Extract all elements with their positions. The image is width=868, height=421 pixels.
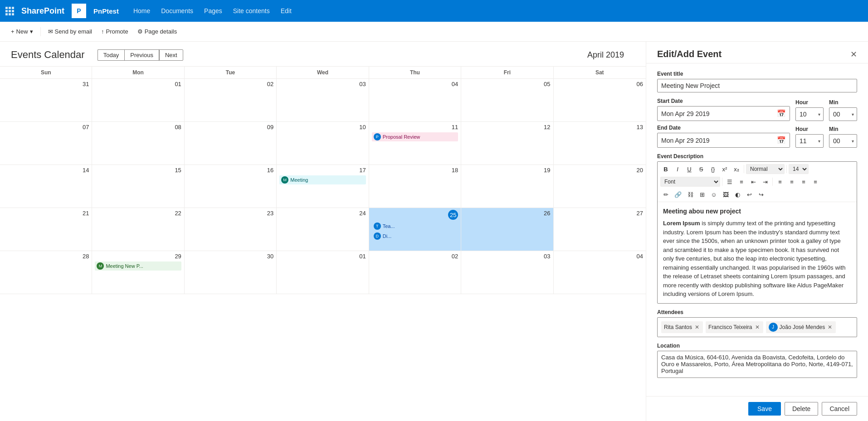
rte-emoji-button[interactable]: ☺ xyxy=(708,189,719,200)
cal-cell[interactable]: 31 xyxy=(0,79,92,121)
cal-cell[interactable]: 23 xyxy=(185,208,277,251)
calendar-event[interactable]: M Meeting xyxy=(279,175,366,184)
rte-link-button[interactable]: 🔗 xyxy=(672,189,684,200)
cal-cell[interactable]: 15 xyxy=(92,165,184,208)
calendar-event[interactable]: M Meeting New P... xyxy=(95,261,181,271)
rte-body[interactable]: Meeting abou new project Lorem Ipsum is … xyxy=(658,202,857,303)
calendar-event[interactable]: T Tea... xyxy=(372,222,458,231)
rte-italic-button[interactable]: I xyxy=(672,164,683,174)
cal-cell[interactable]: 07 xyxy=(0,122,92,165)
calendar-icon[interactable]: 📅 xyxy=(773,133,790,147)
rte-superscript-button[interactable]: x² xyxy=(719,164,730,174)
cal-cell[interactable]: 05 xyxy=(461,79,553,121)
nav-home[interactable]: Home xyxy=(133,7,150,15)
page-details-button[interactable]: ⚙ Page details xyxy=(134,26,181,37)
rte-size-select[interactable]: 14121618 xyxy=(789,164,809,174)
rte-align-justify-button[interactable]: ≡ xyxy=(810,176,821,187)
next-button[interactable]: Next xyxy=(159,49,183,61)
end-min-select[interactable]: 00153045 xyxy=(829,135,857,147)
location-input[interactable]: Casa da Música, 604-610, Avenida da Boav… xyxy=(657,351,857,378)
remove-attendee-button[interactable]: ✕ xyxy=(754,324,761,330)
today-button[interactable]: Today xyxy=(98,49,125,61)
cal-cell[interactable]: 01 xyxy=(92,79,184,121)
cal-cell[interactable]: 22 xyxy=(92,208,184,251)
cal-cell[interactable]: 21 xyxy=(0,208,92,251)
new-button[interactable]: + New ▾ xyxy=(7,26,37,37)
save-button[interactable]: Save xyxy=(748,402,781,416)
cancel-button[interactable]: Cancel xyxy=(822,402,857,416)
cal-cell[interactable]: 10 xyxy=(277,122,369,165)
cal-cell[interactable]: 04 xyxy=(369,79,461,121)
calendar-event[interactable]: P Proposal Review xyxy=(372,132,458,141)
cal-cell[interactable]: 09 xyxy=(185,122,277,165)
rte-redo-button[interactable]: ↪ xyxy=(756,189,766,200)
cal-cell[interactable]: 14 xyxy=(0,165,92,208)
rte-bold-button[interactable]: B xyxy=(660,164,671,174)
rte-strikethrough-button[interactable]: S xyxy=(696,164,707,174)
end-hour-select[interactable]: 111012 xyxy=(796,135,823,147)
cal-cell[interactable]: 18 xyxy=(369,165,461,208)
cal-cell[interactable]: 13 xyxy=(554,122,646,165)
end-date-input[interactable] xyxy=(658,134,773,147)
rte-align-left-button[interactable]: ≡ xyxy=(775,176,785,187)
cal-cell[interactable]: 16 xyxy=(185,165,277,208)
event-title-input[interactable] xyxy=(657,79,857,92)
cal-cell[interactable]: 11 P Proposal Review xyxy=(369,122,461,165)
cal-cell[interactable]: 04 xyxy=(554,251,646,294)
cal-cell[interactable]: 27 xyxy=(554,208,646,251)
start-min-select[interactable]: 00153045 xyxy=(829,108,857,121)
rte-subscript-button[interactable]: x₂ xyxy=(731,164,742,174)
rte-align-center-button[interactable]: ≡ xyxy=(786,176,797,187)
cal-cell[interactable]: 12 xyxy=(461,122,553,165)
rte-style-select[interactable]: NormalHeading 1Heading 2 xyxy=(746,164,785,174)
promote-button[interactable]: ↑ Promote xyxy=(98,26,132,37)
calendar-event[interactable]: D Di... xyxy=(372,232,458,241)
cal-cell[interactable]: 25 T Tea... D Di... xyxy=(369,208,461,251)
nav-documents[interactable]: Documents xyxy=(161,7,193,15)
cal-cell[interactable]: 02 xyxy=(369,251,461,294)
start-hour-select[interactable]: 101112 xyxy=(796,108,823,121)
rte-pen-button[interactable]: ✏ xyxy=(660,189,671,200)
send-email-button[interactable]: ✉ Send by email xyxy=(44,26,96,37)
cal-cell[interactable]: 20 xyxy=(554,165,646,208)
rte-toolbar: B I U S {} x² x₂ NormalHeading 1Heading … xyxy=(658,162,857,202)
cal-cell[interactable]: 08 xyxy=(92,122,184,165)
previous-button[interactable]: Previous xyxy=(124,49,159,61)
rte-table-button[interactable]: ⊞ xyxy=(697,189,707,200)
cal-cell[interactable]: 01 xyxy=(277,251,369,294)
cal-cell[interactable]: 28 xyxy=(0,251,92,294)
cal-cell[interactable]: 29 M Meeting New P... xyxy=(92,251,184,294)
cal-cell[interactable]: 03 xyxy=(461,251,553,294)
rte-align-right-button[interactable]: ≡ xyxy=(798,176,809,187)
cal-cell[interactable]: 06 xyxy=(554,79,646,121)
rte-decrease-indent-button[interactable]: ⇤ xyxy=(748,176,759,187)
nav-site-contents[interactable]: Site contents xyxy=(233,7,270,15)
rte-underline-button[interactable]: U xyxy=(684,164,695,174)
nav-pages[interactable]: Pages xyxy=(204,7,222,15)
remove-attendee-button[interactable]: ✕ xyxy=(827,324,833,330)
delete-button[interactable]: Delete xyxy=(785,402,818,416)
remove-attendee-button[interactable]: ✕ xyxy=(694,324,700,330)
cal-cell[interactable]: 26 xyxy=(461,208,553,251)
start-date-input[interactable] xyxy=(658,107,773,120)
calendar-icon[interactable]: 📅 xyxy=(773,106,790,121)
cal-cell[interactable]: 19 xyxy=(461,165,553,208)
rte-image-button[interactable]: 🖼 xyxy=(720,189,731,200)
cal-cell[interactable]: 30 xyxy=(185,251,277,294)
site-name[interactable]: PnPtest xyxy=(93,7,119,15)
grid-icon[interactable] xyxy=(5,7,14,15)
rte-highlight-button[interactable]: ◐ xyxy=(732,189,743,200)
nav-edit[interactable]: Edit xyxy=(281,7,292,15)
cal-cell[interactable]: 17 M Meeting xyxy=(277,165,369,208)
rte-font-select[interactable]: FontArialTimes New Roman xyxy=(660,177,720,187)
rte-code-button[interactable]: {} xyxy=(707,164,718,174)
close-button[interactable]: ✕ xyxy=(850,49,857,59)
rte-ordered-list-button[interactable]: ≡ xyxy=(736,176,747,187)
rte-undo-button[interactable]: ↩ xyxy=(744,189,755,200)
rte-unordered-list-button[interactable]: ☰ xyxy=(724,176,735,187)
rte-increase-indent-button[interactable]: ⇥ xyxy=(760,176,770,187)
rte-unlink-button[interactable]: ⛓ xyxy=(685,189,696,200)
cal-cell[interactable]: 02 xyxy=(185,79,277,121)
cal-cell[interactable]: 03 xyxy=(277,79,369,121)
cal-cell[interactable]: 24 xyxy=(277,208,369,251)
